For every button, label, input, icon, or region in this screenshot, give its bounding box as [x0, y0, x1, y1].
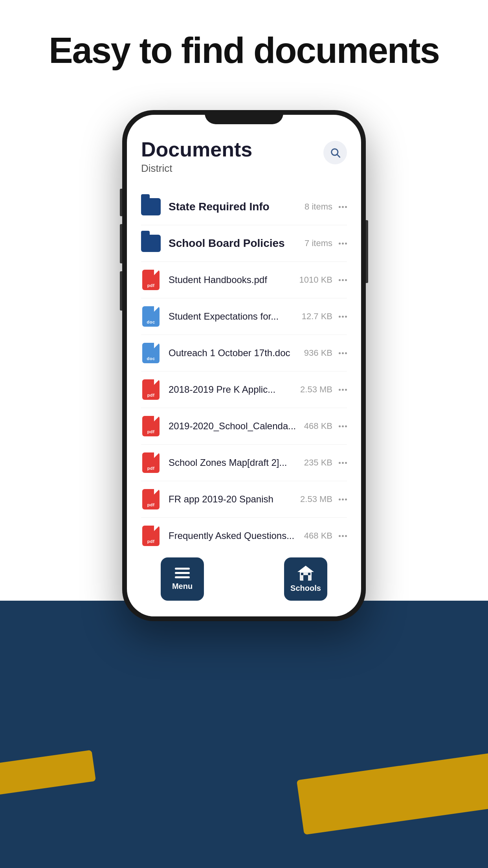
dot	[342, 279, 344, 281]
folder-icon	[141, 233, 161, 254]
doc-info: FR app 2019-20 Spanish	[169, 494, 300, 505]
phone-notch	[205, 110, 283, 124]
doc-size: 7 items	[305, 238, 332, 248]
dot	[342, 206, 344, 208]
doc-info: School Board Policies	[169, 237, 305, 250]
list-item[interactable]: pdf School Zones Map[draft 2]... 235 KB	[141, 445, 347, 481]
doc-info: 2018-2019 Pre K Applic...	[169, 384, 300, 395]
more-button[interactable]	[339, 243, 347, 245]
dot	[345, 279, 347, 281]
doc-name: School Board Policies	[169, 237, 285, 249]
more-button[interactable]	[339, 352, 347, 354]
dot	[345, 425, 347, 427]
list-item[interactable]: pdf 2018-2019 Pre K Applic... 2.53 MB	[141, 371, 347, 408]
doc-name: Student Expectations for...	[169, 311, 279, 322]
doc-meta: 1010 KB	[299, 275, 347, 285]
list-item[interactable]: State Required Info 8 items	[141, 189, 347, 225]
doc-size: 468 KB	[304, 531, 332, 541]
screen-header: Documents District	[141, 138, 347, 175]
dot	[345, 535, 347, 537]
header-text: Documents District	[141, 138, 252, 175]
phone-wrapper: Documents District State Required Info	[122, 110, 366, 621]
document-list: State Required Info 8 items School Board…	[141, 189, 347, 550]
more-button[interactable]	[339, 498, 347, 500]
more-button[interactable]	[339, 206, 347, 208]
doc-size: 12.7 KB	[302, 311, 332, 322]
schools-icon	[297, 566, 314, 581]
list-item[interactable]: doc Student Expectations for... 12.7 KB	[141, 298, 347, 335]
doc-size: 2.53 MB	[300, 384, 332, 395]
svg-rect-4	[175, 576, 190, 578]
doc-info: 2019-2020_School_Calenda...	[169, 421, 304, 432]
more-button[interactable]	[339, 462, 347, 464]
list-item[interactable]: doc Outreach 1 October 17th.doc 936 KB	[141, 335, 347, 371]
bottom-nav: Menu Schools	[141, 550, 347, 616]
doc-info: School Zones Map[draft 2]...	[169, 457, 304, 468]
more-button[interactable]	[339, 389, 347, 391]
dot	[345, 498, 347, 500]
dot	[342, 243, 344, 245]
doc-info: Outreach 1 October 17th.doc	[169, 348, 304, 359]
dot	[342, 535, 344, 537]
search-button[interactable]	[323, 141, 347, 164]
doc-meta: 468 KB	[304, 531, 347, 541]
more-button[interactable]	[339, 425, 347, 427]
doc-icon: doc	[141, 343, 161, 363]
dot	[345, 243, 347, 245]
doc-size: 2.53 MB	[300, 494, 332, 504]
dot	[339, 425, 341, 427]
more-button[interactable]	[339, 535, 347, 537]
doc-size: 1010 KB	[299, 275, 332, 285]
schools-button[interactable]: Schools	[284, 557, 327, 601]
doc-icon: doc	[141, 306, 161, 327]
doc-meta: 2.53 MB	[300, 384, 347, 395]
doc-name: Outreach 1 October 17th.doc	[169, 348, 290, 358]
list-item[interactable]: pdf FR app 2019-20 Spanish 2.53 MB	[141, 481, 347, 518]
list-item[interactable]: pdf Student Handbooks.pdf 1010 KB	[141, 262, 347, 298]
svg-line-1	[338, 155, 340, 157]
doc-meta: 468 KB	[304, 421, 347, 431]
folder-icon	[141, 197, 161, 217]
dot	[339, 389, 341, 391]
doc-name: Frequently Asked Questions...	[169, 530, 294, 541]
dot	[345, 206, 347, 208]
dot	[342, 425, 344, 427]
dot	[342, 498, 344, 500]
pdf-icon: pdf	[141, 489, 161, 509]
svg-rect-3	[175, 572, 190, 574]
pdf-icon: pdf	[141, 379, 161, 400]
dot	[342, 352, 344, 354]
dot	[345, 316, 347, 318]
documents-title: Documents	[141, 138, 252, 161]
doc-meta: 2.53 MB	[300, 494, 347, 504]
menu-button[interactable]: Menu	[161, 557, 204, 601]
more-button[interactable]	[339, 316, 347, 318]
doc-meta: 235 KB	[304, 458, 347, 468]
svg-marker-6	[297, 566, 314, 572]
list-item[interactable]: pdf Frequently Asked Questions... 468 KB	[141, 518, 347, 550]
phone-frame: Documents District State Required Info	[122, 110, 366, 621]
doc-meta: 7 items	[305, 238, 347, 248]
list-item[interactable]: School Board Policies 7 items	[141, 225, 347, 262]
side-btn-vol-down	[120, 271, 122, 311]
svg-point-0	[332, 149, 338, 155]
menu-label: Menu	[172, 582, 193, 591]
dot	[339, 535, 341, 537]
svg-rect-2	[175, 568, 190, 570]
dot	[345, 462, 347, 464]
dot	[345, 389, 347, 391]
dot	[339, 206, 341, 208]
phone-screen: Documents District State Required Info	[127, 115, 361, 616]
pdf-icon: pdf	[141, 452, 161, 473]
doc-info: Student Handbooks.pdf	[169, 274, 299, 285]
dot	[342, 462, 344, 464]
doc-size: 936 KB	[304, 348, 332, 358]
list-item[interactable]: pdf 2019-2020_School_Calenda... 468 KB	[141, 408, 347, 445]
dot	[339, 279, 341, 281]
pdf-icon: pdf	[141, 526, 161, 546]
dot	[339, 243, 341, 245]
more-button[interactable]	[339, 279, 347, 281]
doc-name: School Zones Map[draft 2]...	[169, 457, 287, 468]
doc-size: 468 KB	[304, 421, 332, 431]
district-subtitle: District	[141, 162, 252, 175]
